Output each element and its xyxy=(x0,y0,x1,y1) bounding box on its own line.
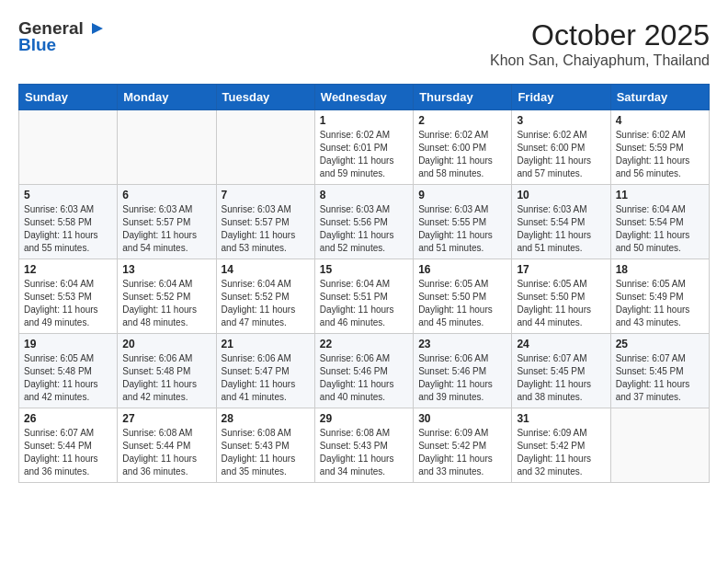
day-detail: Sunrise: 6:06 AM Sunset: 5:46 PM Dayligh… xyxy=(418,352,506,404)
day-detail: Sunrise: 6:04 AM Sunset: 5:54 PM Dayligh… xyxy=(616,203,704,255)
logo: General Blue xyxy=(18,18,106,55)
calendar-cell: 2Sunrise: 6:02 AM Sunset: 6:00 PM Daylig… xyxy=(414,110,512,185)
day-detail: Sunrise: 6:03 AM Sunset: 5:55 PM Dayligh… xyxy=(418,203,506,255)
day-detail: Sunrise: 6:05 AM Sunset: 5:50 PM Dayligh… xyxy=(418,278,506,329)
calendar-cell: 16Sunrise: 6:05 AM Sunset: 5:50 PM Dayli… xyxy=(414,259,512,334)
calendar-cell: 17Sunrise: 6:05 AM Sunset: 5:50 PM Dayli… xyxy=(512,259,610,334)
day-detail: Sunrise: 6:07 AM Sunset: 5:44 PM Dayligh… xyxy=(24,427,112,478)
day-number: 9 xyxy=(418,189,506,201)
calendar-cell: 23Sunrise: 6:06 AM Sunset: 5:46 PM Dayli… xyxy=(414,334,512,408)
calendar-cell: 22Sunrise: 6:06 AM Sunset: 5:46 PM Dayli… xyxy=(314,334,413,408)
calendar-cell: 10Sunrise: 6:03 AM Sunset: 5:54 PM Dayli… xyxy=(512,185,610,259)
calendar-table: SundayMondayTuesdayWednesdayThursdayFrid… xyxy=(18,84,710,483)
day-number: 16 xyxy=(418,263,506,276)
calendar-cell: 11Sunrise: 6:04 AM Sunset: 5:54 PM Dayli… xyxy=(610,185,709,259)
day-detail: Sunrise: 6:09 AM Sunset: 5:42 PM Dayligh… xyxy=(517,427,605,478)
calendar-cell: 13Sunrise: 6:04 AM Sunset: 5:52 PM Dayli… xyxy=(118,259,216,334)
day-number: 2 xyxy=(418,114,506,127)
day-number: 12 xyxy=(24,263,112,276)
day-number: 26 xyxy=(24,412,112,425)
calendar-week-row: 12Sunrise: 6:04 AM Sunset: 5:53 PM Dayli… xyxy=(19,259,710,334)
day-detail: Sunrise: 6:03 AM Sunset: 5:57 PM Dayligh… xyxy=(122,203,210,255)
calendar-cell: 21Sunrise: 6:06 AM Sunset: 5:47 PM Dayli… xyxy=(216,334,314,408)
day-detail: Sunrise: 6:04 AM Sunset: 5:52 PM Dayligh… xyxy=(122,278,210,329)
calendar-cell: 15Sunrise: 6:04 AM Sunset: 5:51 PM Dayli… xyxy=(314,259,413,334)
day-detail: Sunrise: 6:03 AM Sunset: 5:57 PM Dayligh… xyxy=(222,203,310,255)
calendar-cell: 12Sunrise: 6:04 AM Sunset: 5:53 PM Dayli… xyxy=(19,259,118,334)
day-number: 24 xyxy=(517,338,605,350)
day-header-monday: Monday xyxy=(118,85,216,110)
calendar-cell: 4Sunrise: 6:02 AM Sunset: 5:59 PM Daylig… xyxy=(610,110,709,185)
day-detail: Sunrise: 6:09 AM Sunset: 5:42 PM Dayligh… xyxy=(418,427,506,478)
calendar-week-row: 1Sunrise: 6:02 AM Sunset: 6:01 PM Daylig… xyxy=(19,110,710,185)
calendar-cell xyxy=(19,110,118,185)
day-detail: Sunrise: 6:02 AM Sunset: 6:00 PM Dayligh… xyxy=(517,129,605,180)
day-number: 20 xyxy=(122,338,210,350)
day-header-thursday: Thursday xyxy=(414,85,512,110)
day-number: 5 xyxy=(24,189,112,201)
svg-marker-0 xyxy=(92,23,103,34)
day-number: 15 xyxy=(320,263,408,276)
calendar-cell: 20Sunrise: 6:06 AM Sunset: 5:48 PM Dayli… xyxy=(118,334,216,408)
day-number: 30 xyxy=(418,412,506,425)
calendar-cell: 5Sunrise: 6:03 AM Sunset: 5:58 PM Daylig… xyxy=(19,185,118,259)
calendar-cell: 28Sunrise: 6:08 AM Sunset: 5:43 PM Dayli… xyxy=(216,408,314,483)
calendar-cell: 30Sunrise: 6:09 AM Sunset: 5:42 PM Dayli… xyxy=(414,408,512,483)
day-detail: Sunrise: 6:02 AM Sunset: 6:01 PM Dayligh… xyxy=(320,129,408,180)
calendar-cell: 19Sunrise: 6:05 AM Sunset: 5:48 PM Dayli… xyxy=(19,334,118,408)
day-detail: Sunrise: 6:05 AM Sunset: 5:50 PM Dayligh… xyxy=(517,278,605,329)
day-header-tuesday: Tuesday xyxy=(216,85,314,110)
day-number: 31 xyxy=(517,412,605,425)
day-number: 6 xyxy=(122,189,210,201)
calendar-cell: 7Sunrise: 6:03 AM Sunset: 5:57 PM Daylig… xyxy=(216,185,314,259)
day-number: 13 xyxy=(122,263,210,276)
day-detail: Sunrise: 6:08 AM Sunset: 5:44 PM Dayligh… xyxy=(122,427,210,478)
calendar-cell xyxy=(118,110,216,185)
day-detail: Sunrise: 6:03 AM Sunset: 5:56 PM Dayligh… xyxy=(320,203,408,255)
calendar-cell: 31Sunrise: 6:09 AM Sunset: 5:42 PM Dayli… xyxy=(512,408,610,483)
calendar-subtitle: Khon San, Chaiyaphum, Thailand xyxy=(490,52,710,69)
day-number: 18 xyxy=(616,263,704,276)
day-detail: Sunrise: 6:02 AM Sunset: 6:00 PM Dayligh… xyxy=(418,129,506,180)
day-number: 27 xyxy=(122,412,210,425)
calendar-cell: 27Sunrise: 6:08 AM Sunset: 5:44 PM Dayli… xyxy=(118,408,216,483)
logo-icon xyxy=(85,21,105,36)
logo-blue: Blue xyxy=(18,35,56,55)
calendar-cell: 1Sunrise: 6:02 AM Sunset: 6:01 PM Daylig… xyxy=(314,110,413,185)
day-detail: Sunrise: 6:04 AM Sunset: 5:53 PM Dayligh… xyxy=(24,278,112,329)
header: General Blue October 2025 Khon San, Chai… xyxy=(18,18,710,69)
day-number: 22 xyxy=(320,338,408,350)
day-detail: Sunrise: 6:03 AM Sunset: 5:58 PM Dayligh… xyxy=(24,203,112,255)
day-number: 28 xyxy=(222,412,310,425)
calendar-cell: 18Sunrise: 6:05 AM Sunset: 5:49 PM Dayli… xyxy=(610,259,709,334)
day-number: 7 xyxy=(222,189,310,201)
day-header-friday: Friday xyxy=(512,85,610,110)
day-detail: Sunrise: 6:06 AM Sunset: 5:47 PM Dayligh… xyxy=(222,352,310,404)
day-number: 17 xyxy=(517,263,605,276)
day-detail: Sunrise: 6:05 AM Sunset: 5:48 PM Dayligh… xyxy=(24,352,112,404)
day-number: 10 xyxy=(517,189,605,201)
day-number: 25 xyxy=(616,338,704,350)
calendar-cell: 8Sunrise: 6:03 AM Sunset: 5:56 PM Daylig… xyxy=(314,185,413,259)
day-number: 23 xyxy=(418,338,506,350)
day-number: 4 xyxy=(616,114,704,127)
calendar-cell xyxy=(216,110,314,185)
day-detail: Sunrise: 6:07 AM Sunset: 5:45 PM Dayligh… xyxy=(616,352,704,404)
calendar-cell: 14Sunrise: 6:04 AM Sunset: 5:52 PM Dayli… xyxy=(216,259,314,334)
day-detail: Sunrise: 6:04 AM Sunset: 5:51 PM Dayligh… xyxy=(320,278,408,329)
calendar-cell: 24Sunrise: 6:07 AM Sunset: 5:45 PM Dayli… xyxy=(512,334,610,408)
day-detail: Sunrise: 6:03 AM Sunset: 5:54 PM Dayligh… xyxy=(517,203,605,255)
day-number: 11 xyxy=(616,189,704,201)
calendar-title: October 2025 xyxy=(490,18,710,52)
calendar-cell: 26Sunrise: 6:07 AM Sunset: 5:44 PM Dayli… xyxy=(19,408,118,483)
day-number: 3 xyxy=(517,114,605,127)
day-detail: Sunrise: 6:07 AM Sunset: 5:45 PM Dayligh… xyxy=(517,352,605,404)
day-number: 1 xyxy=(320,114,408,127)
day-header-wednesday: Wednesday xyxy=(314,85,413,110)
calendar-cell xyxy=(610,408,709,483)
day-detail: Sunrise: 6:05 AM Sunset: 5:49 PM Dayligh… xyxy=(616,278,704,329)
day-detail: Sunrise: 6:08 AM Sunset: 5:43 PM Dayligh… xyxy=(320,427,408,478)
day-number: 29 xyxy=(320,412,408,425)
calendar-cell: 3Sunrise: 6:02 AM Sunset: 6:00 PM Daylig… xyxy=(512,110,610,185)
calendar-cell: 9Sunrise: 6:03 AM Sunset: 5:55 PM Daylig… xyxy=(414,185,512,259)
